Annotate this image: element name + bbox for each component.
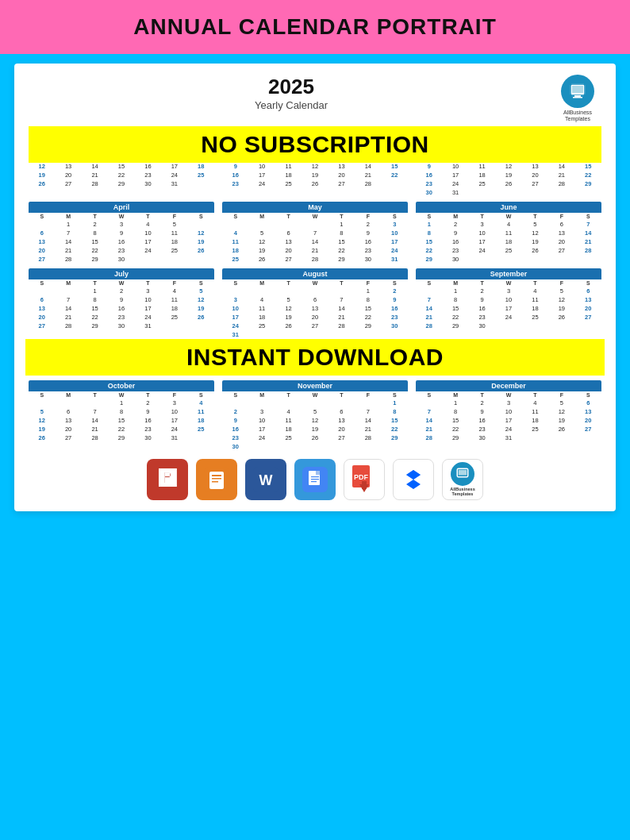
month-header-june: June (416, 202, 601, 213)
svg-rect-4 (573, 97, 582, 98)
svg-rect-25 (459, 470, 467, 476)
subtitle-label: Yearly Calendar (29, 99, 554, 111)
svg-rect-2 (572, 86, 583, 93)
svg-rect-14 (316, 471, 320, 475)
no-subscription-banner: NO SUBSCRIPTION (29, 126, 601, 163)
month-block-december: DecemberSMTWTFS1234567891011121314151617… (416, 380, 601, 451)
month-header-october: October (29, 380, 214, 391)
year-label: 2025 (29, 75, 554, 99)
month-header-april: April (29, 202, 214, 213)
instant-download-banner: INSTANT DOWNLOAD (25, 339, 605, 376)
month-header-december: December (416, 380, 601, 391)
google-docs-icon (294, 459, 336, 500)
svg-text:W: W (259, 472, 273, 488)
month-header-august: August (222, 268, 408, 279)
powerpoint-icon: 🅿 (147, 459, 188, 500)
header-banner: ANNUAL CALENDAR PORTRAIT (0, 0, 630, 54)
month-header-july: July (29, 268, 214, 279)
month-block-may: MaySMTWTFS123456789101112131415161718192… (222, 202, 408, 264)
month-header-may: May (222, 202, 408, 213)
page-title: ANNUAL CALENDAR PORTRAIT (8, 14, 622, 40)
month-block-july: JulySMTWTFS12345678910111213141516171819… (29, 268, 214, 339)
month-block-october: OctoberSMTWTFS12345678910111213141516171… (29, 380, 214, 451)
month-block-september: SeptemberSMTWTFS123456789101112131415161… (416, 268, 601, 339)
svg-rect-7 (212, 475, 221, 476)
svg-rect-3 (574, 95, 581, 97)
month-block-november: NovemberSMTWTFS1234567891011121314151617… (222, 380, 408, 451)
month-block-june: JuneSMTWTFS12345678910111213141516171819… (416, 202, 601, 264)
svg-text:PDF: PDF (354, 473, 369, 481)
svg-rect-15 (311, 476, 319, 477)
month-block-august: AugustSMTWTFS123456789101112131415161718… (222, 268, 408, 339)
calendar-section: JanuarySMTWTFS12345678910111213141516171… (29, 126, 601, 451)
google-slides-icon (196, 459, 237, 500)
svg-marker-23 (406, 470, 421, 480)
allbusiness-templates-icon: AllBusinessTemplates (442, 459, 483, 500)
svg-rect-9 (212, 481, 218, 483)
month-header-november: November (222, 380, 408, 391)
word-icon: W (245, 459, 286, 500)
dropbox-icon (393, 459, 434, 500)
format-icons: 🅿 W (29, 451, 601, 503)
logo-text: AllBusinessTemplates (554, 110, 601, 123)
month-header-september: September (416, 268, 601, 279)
svg-rect-8 (212, 478, 221, 480)
logo-icon (561, 75, 594, 108)
svg-rect-17 (311, 481, 317, 482)
svg-rect-6 (209, 472, 224, 489)
svg-rect-21 (362, 481, 367, 489)
pdf-icon: PDF (344, 459, 385, 500)
svg-rect-16 (311, 479, 319, 480)
month-block-april: AprilSMTWTFS1234567891011121314151617181… (29, 202, 214, 264)
main-card: 2025 Yearly Calendar AllBusinessTemplate… (14, 64, 616, 511)
